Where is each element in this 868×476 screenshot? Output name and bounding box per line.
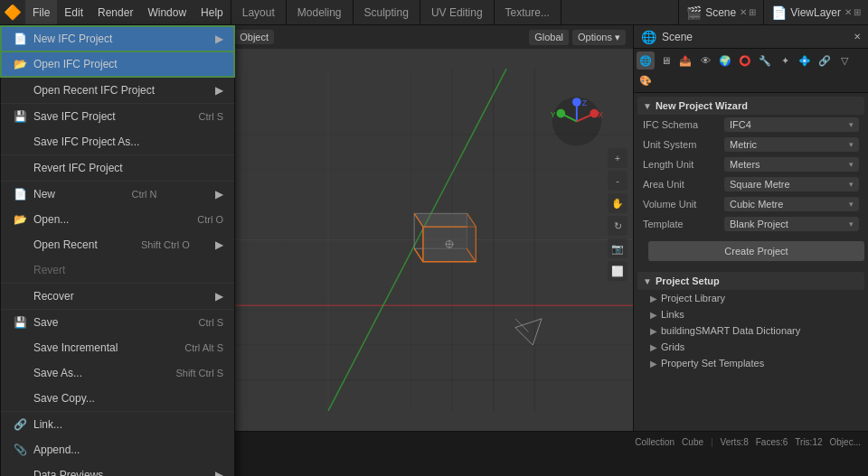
status-tris: Tris:12 xyxy=(795,437,822,447)
viewport-object-menu[interactable]: Object xyxy=(234,30,274,44)
blender-logo-icon: 🔶 xyxy=(0,0,25,24)
prop-icon-object[interactable]: ⭕ xyxy=(736,51,754,70)
menu-item-new[interactable]: 📄 New Ctrl N ▶ xyxy=(1,182,234,207)
tab-sculpting[interactable]: Sculpting xyxy=(354,0,420,24)
zoom-out-btn[interactable]: - xyxy=(608,171,627,191)
rotate-view-btn[interactable]: ↻ xyxy=(608,216,627,236)
ifc-schema-value[interactable]: IFC4 ▾ xyxy=(724,117,859,132)
perspective-btn[interactable]: ⬜ xyxy=(608,261,627,281)
menu-item-save-incremental[interactable]: Save Incremental Ctrl Alt S xyxy=(1,335,234,360)
camera-btn[interactable]: 📷 xyxy=(608,238,627,258)
prop-icon-data[interactable]: ▽ xyxy=(835,51,854,70)
prop-icon-output[interactable]: 📤 xyxy=(676,51,694,70)
menu-item-save-copy[interactable]: Save Copy... xyxy=(1,386,234,411)
save-as-shortcut: Shift Ctrl S xyxy=(157,368,223,378)
menu-section-save-ifc: 💾 Save IFC Project Ctrl S Save IFC Proje… xyxy=(1,104,234,155)
menu-section-link: 🔗 Link... 📎 Append... Data Previews ▶ xyxy=(1,412,234,476)
menu-render[interactable]: Render xyxy=(90,0,140,24)
menu-item-save[interactable]: 💾 Save Ctrl S xyxy=(1,310,234,335)
open-icon: 📂 xyxy=(12,211,28,228)
volume-unit-chevron-icon: ▾ xyxy=(849,200,854,209)
file-menu: 📄 New IFC Project ▶ 📂 Open IFC Project O… xyxy=(0,25,235,476)
menu-section-ifc: 📄 New IFC Project ▶ 📂 Open IFC Project xyxy=(1,26,234,78)
menu-help[interactable]: Help xyxy=(193,0,231,24)
setup-item-library[interactable]: ▶ Project Library xyxy=(645,290,864,306)
prop-icon-constraints[interactable]: 🔗 xyxy=(816,51,834,70)
menu-item-append[interactable]: 📎 Append... xyxy=(1,437,234,462)
menu-item-recent-ifc[interactable]: Open Recent IFC Project ▶ xyxy=(1,78,234,103)
zoom-in-btn[interactable]: + xyxy=(608,148,627,168)
menu-item-save-ifc[interactable]: 💾 Save IFC Project Ctrl S xyxy=(1,104,234,129)
length-unit-label: Length Unit xyxy=(643,159,724,170)
prop-section-wizard: ▼ New Project Wizard IFC Schema IFC4 ▾ U… xyxy=(637,97,864,268)
prop-row-volume-unit: Volume Unit Cubic Metre ▾ xyxy=(637,194,864,214)
properties-icon-row: 🌐 🖥 📤 👁 🌍 ⭕ 🔧 ✦ 💠 🔗 ▽ 🎨 xyxy=(634,49,868,93)
menu-item-open-recent[interactable]: Open Recent Shift Ctrl O ▶ xyxy=(1,232,234,257)
prop-icon-physics[interactable]: 💠 xyxy=(796,51,814,70)
open-recent-icon xyxy=(12,237,28,253)
menu-edit[interactable]: Edit xyxy=(57,0,90,24)
menu-item-link[interactable]: 🔗 Link... xyxy=(1,412,234,437)
menu-section-revert-ifc: Revert IFC Project xyxy=(1,155,234,182)
save-copy-icon xyxy=(12,390,28,406)
tab-modeling[interactable]: Modeling xyxy=(287,0,354,24)
menu-item-save-as[interactable]: Save As... Shift Ctrl S xyxy=(1,360,234,386)
menu-window[interactable]: Window xyxy=(140,0,193,24)
menu-file[interactable]: File xyxy=(25,0,57,24)
menu-item-open-ifc[interactable]: 📂 Open IFC Project xyxy=(1,51,234,77)
length-unit-value[interactable]: Meters ▾ xyxy=(724,157,859,172)
menu-item-recover[interactable]: Recover ▶ xyxy=(1,284,234,309)
unit-system-value[interactable]: Metric ▾ xyxy=(724,137,859,152)
pan-btn[interactable]: ✋ xyxy=(608,193,627,213)
properties-title: Scene xyxy=(662,31,693,43)
save-as-icon xyxy=(12,365,28,381)
setup-item-bsdd[interactable]: ▶ buildingSMART Data Dictionary xyxy=(645,322,864,339)
prop-icon-material[interactable]: 🎨 xyxy=(637,71,655,89)
setup-items: ▶ Project Library ▶ Links ▶ buildingSMAR… xyxy=(645,290,864,371)
prop-icon-view[interactable]: 👁 xyxy=(696,51,714,70)
prop-section-wizard-header[interactable]: ▼ New Project Wizard xyxy=(637,97,864,115)
scene-label: Scene xyxy=(705,6,736,19)
prop-icon-modifiers[interactable]: 🔧 xyxy=(756,51,774,70)
menu-section-recent-ifc: Open Recent IFC Project ▶ xyxy=(1,78,234,104)
setup-title: Project Setup xyxy=(656,275,720,286)
revert-ifc-icon xyxy=(12,160,28,176)
scene-selector[interactable]: 🎬 Scene ✕ ⊞ xyxy=(678,0,763,24)
setup-item-links[interactable]: ▶ Links xyxy=(645,306,864,322)
template-value[interactable]: Blank Project ▾ xyxy=(724,217,859,231)
tab-uv-editing[interactable]: UV Editing xyxy=(420,0,495,24)
ifc-schema-chevron-icon: ▾ xyxy=(849,120,854,129)
volume-unit-value[interactable]: Cubic Metre ▾ xyxy=(724,197,859,211)
svg-point-30 xyxy=(557,109,566,118)
menu-item-open[interactable]: 📂 Open... Ctrl O xyxy=(1,207,234,232)
create-project-btn[interactable]: Create Project xyxy=(648,241,864,261)
menu-item-revert-ifc[interactable]: Revert IFC Project xyxy=(1,155,234,181)
prop-icon-particles[interactable]: ✦ xyxy=(776,51,794,70)
setup-item-grids[interactable]: ▶ Grids xyxy=(645,339,864,355)
tab-layout[interactable]: Layout xyxy=(231,0,287,24)
prop-icon-render[interactable]: 🖥 xyxy=(656,51,675,70)
menu-section-new: 📄 New Ctrl N ▶ 📂 Open... Ctrl O Open Rec… xyxy=(1,182,234,284)
data-previews-icon xyxy=(12,467,28,476)
setup-item-pset[interactable]: ▶ Property Set Templates xyxy=(645,355,864,371)
prop-row-template: Template Blank Project ▾ xyxy=(637,214,864,234)
svg-text:Y: Y xyxy=(551,110,556,119)
open-shortcut: Ctrl O xyxy=(179,214,223,225)
menu-item-new-ifc[interactable]: 📄 New IFC Project ▶ xyxy=(1,26,234,51)
new-ifc-submenu-arrow: ▶ xyxy=(215,33,223,45)
properties-header: 🌐 Scene ✕ xyxy=(634,25,868,49)
viewport-global-selector[interactable]: Global xyxy=(529,30,569,45)
prop-section-setup-header[interactable]: ▼ Project Setup xyxy=(637,272,864,290)
save-shortcut: Ctrl S xyxy=(181,317,224,328)
tab-texture[interactable]: Texture... xyxy=(495,0,561,24)
area-unit-value[interactable]: Square Metre ▾ xyxy=(724,177,859,191)
menu-section-save: 💾 Save Ctrl S Save Incremental Ctrl Alt … xyxy=(1,310,234,412)
menu-item-save-ifc-as[interactable]: Save IFC Project As... xyxy=(1,129,234,154)
viewlayer-selector[interactable]: 📄 ViewLayer ✕ ⊞ xyxy=(763,0,868,24)
ifc-schema-label: IFC Schema xyxy=(643,119,724,130)
recent-ifc-submenu-arrow: ▶ xyxy=(215,84,223,97)
prop-icon-scene[interactable]: 🌐 xyxy=(637,51,655,70)
menu-item-data-previews[interactable]: Data Previews ▶ xyxy=(1,462,234,476)
viewport-options-btn[interactable]: Options ▾ xyxy=(572,30,626,45)
prop-icon-world[interactable]: 🌍 xyxy=(716,51,734,70)
